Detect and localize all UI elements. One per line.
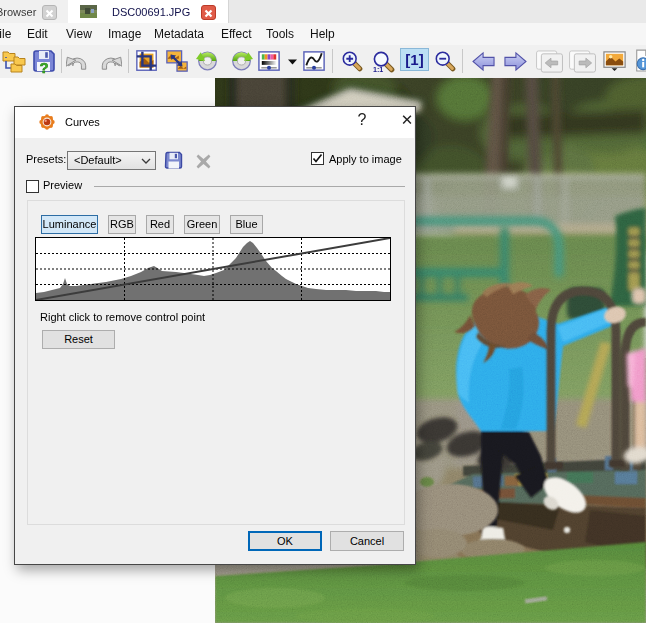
svg-text:1:1: 1:1 [373,66,383,73]
svg-text:?: ? [40,59,49,75]
